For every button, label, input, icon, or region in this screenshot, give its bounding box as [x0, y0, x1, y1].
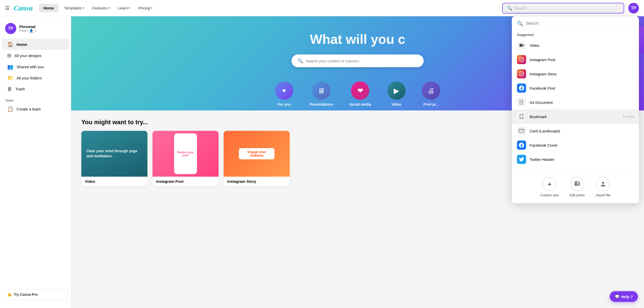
- dropdown-video-label: Video: [530, 43, 634, 48]
- dropdown-item-card-landscape[interactable]: Card (Landscape): [512, 124, 639, 138]
- dropdown-insta-post-label: Instagram Post: [530, 58, 634, 62]
- team-icon: 📋: [7, 106, 13, 112]
- team-section-label: Team: [0, 94, 71, 103]
- hero-search-icon: 🔍: [298, 58, 303, 64]
- insta-story-thumbnail: Engage your Audience: [224, 131, 290, 177]
- sidebar-item-designs[interactable]: ⊞ All your designs: [2, 50, 69, 61]
- home-nav-button[interactable]: Home: [39, 4, 59, 12]
- insta-story-card-label: Instagram Story: [224, 177, 290, 186]
- crown-icon: 👑: [7, 292, 12, 297]
- insta-post-card-label: Instagram Post: [152, 177, 219, 186]
- canva-logo[interactable]: Canva: [14, 4, 33, 12]
- insta-phone-mock: Perfect your post: [174, 133, 197, 174]
- search-dropdown-input[interactable]: [526, 21, 634, 26]
- insta-story-design-card[interactable]: Engage your Audience Instagram Story: [224, 131, 290, 186]
- dropdown-twitter-header-label: Twitter Header: [530, 157, 634, 162]
- try-pro-button[interactable]: 👑 Try Canva Pro: [3, 289, 68, 300]
- svg-marker-1: [523, 44, 524, 46]
- insta-story-dropdown-icon: [517, 69, 526, 78]
- folders-icon: 📁: [7, 75, 13, 81]
- print-circle: 🖨: [422, 81, 440, 100]
- video-card-label: Video: [81, 177, 147, 186]
- dropdown-item-a4-doc[interactable]: A4 Document: [512, 95, 639, 109]
- svg-point-9: [576, 183, 577, 184]
- category-social-media[interactable]: ❤ Social media: [341, 77, 379, 110]
- search-dropdown-header: 🔍: [512, 20, 639, 30]
- dropdown-item-twitter-header[interactable]: Twitter Header: [512, 152, 639, 166]
- shared-icon: 👥: [7, 64, 13, 70]
- social-media-label: Social media: [349, 102, 371, 106]
- fb-post-dropdown-icon: [517, 83, 526, 93]
- dropdown-item-bookmark[interactable]: Bookmark 2 × 6 in: [512, 109, 639, 124]
- sidebar-item-folders[interactable]: 📁 All your folders: [2, 72, 69, 83]
- import-file-action[interactable]: Import file: [592, 175, 615, 199]
- sidebar-user-info: TP Personal Free • 👤 1: [0, 20, 71, 39]
- sidebar-item-trash[interactable]: 🗑 Trash: [2, 83, 69, 94]
- sidebar-folders-label: All your folders: [17, 76, 42, 80]
- hero-search-input[interactable]: [306, 59, 418, 63]
- dropdown-insta-story-label: Instagram Story: [530, 72, 634, 76]
- sidebar-user-name: Personal: [19, 24, 36, 29]
- card-landscape-dropdown-icon: [517, 126, 526, 135]
- dropdown-bottom-actions: + Custom size Edit photo Import file: [512, 171, 639, 199]
- sidebar-home-label: Home: [17, 42, 27, 47]
- social-media-circle: ❤: [351, 81, 369, 100]
- create-team-label: Create a team: [17, 107, 41, 111]
- sidebar-avatar: TP: [5, 23, 16, 34]
- edit-photo-action[interactable]: Edit photo: [566, 175, 589, 199]
- video-design-card[interactable]: Clear your mind through yoga and meditat…: [81, 131, 147, 186]
- learn-nav-link[interactable]: Learn: [114, 4, 134, 12]
- sidebar-trash-label: Trash: [15, 87, 25, 91]
- for-you-label: For you: [278, 102, 290, 106]
- category-for-you[interactable]: ✦ For you: [267, 77, 301, 110]
- dropdown-item-instagram-post[interactable]: Instagram Post: [512, 52, 639, 67]
- search-placeholder-text: Search: [514, 6, 527, 10]
- search-dropdown: 🔍 Suggested Video Instagram Post Instagr…: [512, 16, 639, 203]
- insta-card-text: Perfect your post: [176, 151, 195, 157]
- bookmark-dropdown-icon: [517, 112, 526, 121]
- sidebar-item-create-team[interactable]: 📋 Create a team: [2, 103, 69, 115]
- a4-doc-dropdown-icon: [517, 98, 526, 107]
- pricing-nav-link[interactable]: Pricing: [135, 4, 156, 12]
- custom-size-action[interactable]: + Custom size: [536, 175, 563, 199]
- sidebar-shared-label: Shared with you: [17, 65, 44, 69]
- templates-nav-link[interactable]: Templates: [60, 4, 87, 12]
- category-presentations[interactable]: 🖥 Presentations: [301, 77, 341, 110]
- import-file-action-label: Import file: [596, 193, 610, 197]
- menu-hamburger-icon[interactable]: ☰: [5, 5, 10, 11]
- insta-post-dropdown-icon: [517, 55, 526, 64]
- dropdown-bookmark-meta: 2 × 6 in: [623, 115, 634, 119]
- user-avatar[interactable]: TP: [628, 3, 639, 13]
- svg-rect-0: [519, 44, 523, 47]
- dropdown-fb-cover-label: Facebook Cover: [530, 143, 634, 147]
- print-label: Print pr...: [423, 102, 439, 106]
- dropdown-item-facebook-cover[interactable]: Facebook Cover: [512, 138, 639, 152]
- help-label: Help ?: [621, 295, 633, 299]
- trash-icon: 🗑: [7, 86, 12, 92]
- sidebar-user-plan: Free • 👤 1: [19, 29, 36, 33]
- category-print[interactable]: 🖨 Print pr...: [414, 77, 448, 110]
- category-video[interactable]: ▶ Video: [379, 77, 414, 110]
- hero-search-bar[interactable]: 🔍: [292, 54, 424, 67]
- sidebar-item-home[interactable]: 🏠 Home: [2, 39, 69, 50]
- dropdown-item-facebook-post[interactable]: Facebook Post: [512, 81, 639, 95]
- search-trigger[interactable]: 🔍 Search: [502, 3, 624, 13]
- help-icon: 💬: [615, 294, 620, 299]
- dropdown-divider: [512, 169, 639, 169]
- video-dropdown-icon: [517, 41, 526, 50]
- designs-icon: ⊞: [7, 52, 11, 59]
- twitter-header-dropdown-icon: [517, 155, 526, 164]
- presentations-label: Presentations: [310, 102, 333, 106]
- dropdown-item-instagram-story[interactable]: Instagram Story: [512, 67, 639, 81]
- dropdown-a4-doc-label: A4 Document: [530, 100, 634, 105]
- dropdown-item-video[interactable]: Video: [512, 38, 639, 52]
- person-icon: 👤: [29, 29, 33, 33]
- dropdown-search-icon: 🔍: [517, 20, 523, 26]
- features-nav-link[interactable]: Features: [89, 4, 113, 12]
- insta-post-thumbnail: Perfect your post: [152, 131, 219, 177]
- sidebar-item-shared[interactable]: 👥 Shared with you: [2, 61, 69, 72]
- insta-post-design-card[interactable]: Perfect your post Instagram Post: [152, 131, 219, 186]
- help-button[interactable]: 💬 Help ?: [610, 291, 638, 302]
- video-card-text: Clear your mind through yoga and meditat…: [86, 149, 137, 158]
- dropdown-fb-post-label: Facebook Post: [530, 86, 634, 90]
